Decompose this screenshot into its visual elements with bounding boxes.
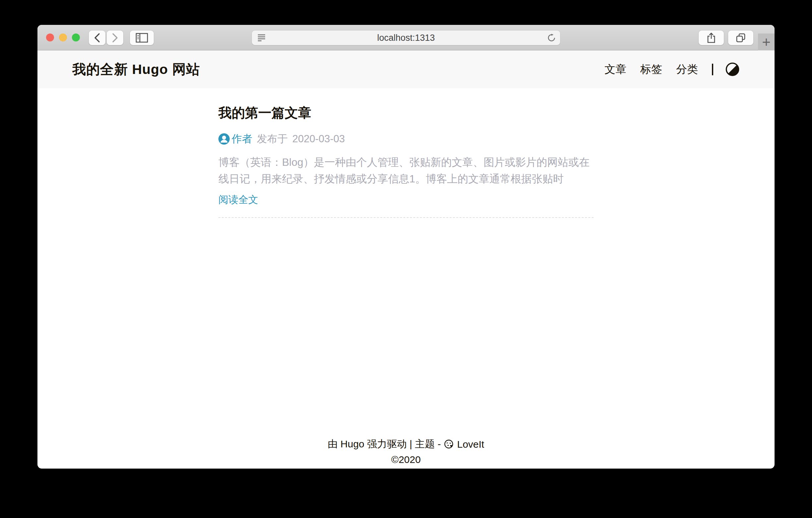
post-summary: 博客（英语：Blog）是一种由个人管理、张贴新的文章、图片或影片的网站或在线日记… [219, 154, 593, 187]
site-nav: 文章 标签 分类 [590, 62, 740, 77]
nav-item-posts[interactable]: 文章 [605, 62, 627, 77]
sidebar-icon [136, 33, 148, 43]
article-list: 我的第一篇文章 作者 发布于 2020-03-03 博客（英语：Blog）是一种… [219, 88, 593, 218]
theme-link[interactable]: LoveIt [457, 439, 484, 450]
zoom-window-button[interactable] [72, 33, 80, 42]
kiss-face-icon [444, 439, 454, 449]
nav-item-tags[interactable]: 标签 [640, 62, 662, 77]
post-divider [219, 217, 593, 218]
refresh-icon[interactable] [547, 33, 556, 43]
theme-toggle-icon[interactable] [725, 62, 740, 77]
sidebar-toggle-button[interactable] [130, 30, 154, 45]
read-more-link[interactable]: 阅读全文 [219, 193, 258, 207]
url-text[interactable]: localhost:1313 [252, 30, 560, 45]
post-meta: 作者 发布于 2020-03-03 [219, 132, 593, 146]
close-window-button[interactable] [46, 33, 54, 42]
copyright-text: ©2020 [392, 454, 421, 465]
back-button[interactable] [89, 30, 106, 45]
share-button[interactable] [699, 30, 724, 45]
tabs-icon [735, 32, 746, 43]
new-tab-button[interactable]: + [758, 33, 775, 50]
back-icon [93, 32, 102, 43]
powered-by-text: 由 Hugo 强力驱动 | 主题 - [328, 437, 441, 451]
author-icon [219, 133, 230, 144]
site-footer: 由 Hugo 强力驱动 | 主题 - LoveIt ©2020 [37, 437, 775, 465]
share-icon [706, 32, 716, 44]
post-date: 2020-03-03 [292, 133, 345, 145]
forward-icon [111, 32, 119, 43]
post-title[interactable]: 我的第一篇文章 [219, 104, 593, 122]
nav-item-categories[interactable]: 分类 [676, 62, 698, 77]
browser-toolbar: localhost:1313 [37, 25, 775, 50]
forward-button[interactable] [107, 30, 123, 45]
author-link[interactable]: 作者 [232, 132, 252, 146]
site-header: 我的全新 Hugo 网站 文章 标签 分类 [37, 50, 775, 88]
minimize-window-button[interactable] [59, 33, 67, 42]
browser-window: localhost:1313 [37, 25, 775, 469]
window-controls [46, 33, 80, 42]
published-label: 发布于 [257, 132, 288, 146]
show-all-tabs-button[interactable] [728, 30, 753, 45]
address-bar[interactable]: localhost:1313 [252, 30, 560, 45]
nav-separator [712, 64, 713, 75]
site-title[interactable]: 我的全新 Hugo 网站 [72, 60, 200, 79]
